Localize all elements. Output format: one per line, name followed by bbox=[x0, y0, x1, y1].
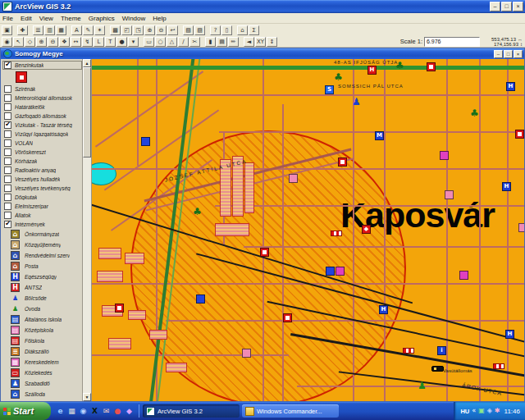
legend-theme[interactable]: Radioaktív anyag bbox=[2, 166, 82, 175]
menu-graphics[interactable]: Graphics bbox=[89, 15, 115, 22]
vertex-edit-tool[interactable]: ◇ bbox=[25, 37, 35, 47]
identify-tool[interactable]: ◉ bbox=[2, 37, 12, 47]
view-titlebar[interactable]: Somogy Megye – □ × bbox=[1, 48, 524, 59]
text-tool[interactable]: T bbox=[105, 37, 116, 47]
legend-theme[interactable]: Meteorológiai állomások bbox=[2, 94, 82, 103]
select-features-button[interactable]: ▧ bbox=[183, 25, 194, 35]
theme-checkbox[interactable]: ✔ bbox=[4, 221, 11, 228]
zoom-in-tool[interactable]: ⊕ bbox=[36, 37, 47, 47]
zoom-previous-button[interactable]: ↩ bbox=[167, 25, 178, 35]
theme-checkbox[interactable] bbox=[4, 103, 11, 111]
help-button[interactable]: ? bbox=[210, 25, 221, 35]
legend-class[interactable]: ▭Közlekedés bbox=[2, 368, 82, 378]
legend-class[interactable]: HÁNTSZ bbox=[2, 282, 82, 293]
zoom-active-theme-button[interactable]: ◰ bbox=[121, 25, 132, 35]
theme-checkbox[interactable] bbox=[4, 158, 11, 165]
acrobat-icon[interactable]: ◆ bbox=[125, 407, 134, 416]
draw-line-tool[interactable]: / bbox=[178, 37, 189, 47]
theme-checkbox[interactable] bbox=[4, 112, 11, 120]
xy-tool[interactable]: XY bbox=[255, 37, 266, 47]
zoom-in-button[interactable]: ⊕ bbox=[144, 25, 155, 35]
query-builder-button[interactable]: ✶ bbox=[94, 25, 105, 35]
menu-edit[interactable]: Edit bbox=[21, 15, 32, 22]
legend-class[interactable]: ♟Óvoda bbox=[2, 304, 82, 314]
legend-class[interactable]: ⌂Rendvédelmi szerv bbox=[2, 250, 82, 261]
legend-theme[interactable]: Szirénák bbox=[2, 84, 82, 94]
legend-theme[interactable]: VOLÁN bbox=[2, 139, 82, 148]
theme-checkbox[interactable] bbox=[4, 203, 11, 210]
find-button[interactable]: A bbox=[71, 25, 82, 35]
theme-checkbox[interactable] bbox=[4, 176, 11, 183]
home-button[interactable]: ⌂ bbox=[237, 25, 248, 35]
legend-theme[interactable]: Határátkelők bbox=[2, 103, 82, 112]
pan-tool[interactable]: ❖ bbox=[59, 37, 70, 47]
select-polygon-tool[interactable]: △ bbox=[167, 37, 177, 47]
legend-class[interactable]: HEgészségügy bbox=[2, 272, 82, 282]
legend-class[interactable]: ▤Főiskola bbox=[2, 336, 82, 346]
hide-icons-chevron[interactable]: « bbox=[472, 407, 476, 415]
legend-class[interactable]: ≡Diákszálló bbox=[2, 346, 82, 357]
locate-address-button[interactable]: ✎ bbox=[83, 25, 94, 35]
theme-checkbox[interactable]: ✔ bbox=[4, 62, 11, 69]
menu-window[interactable]: Window bbox=[122, 15, 145, 22]
theme-checkbox[interactable] bbox=[4, 148, 11, 156]
winamp-icon[interactable]: ● bbox=[113, 407, 122, 416]
legend-theme[interactable]: Vízügyi Igazgatóságok bbox=[2, 130, 82, 139]
legend-theme[interactable]: Dögkutak bbox=[2, 193, 82, 202]
theme-checkbox[interactable] bbox=[4, 85, 11, 93]
theme-checkbox[interactable] bbox=[4, 212, 11, 219]
taskbar-task-folder[interactable]: Windows Commander... bbox=[242, 404, 339, 418]
legend-class[interactable]: ⌂Önkormányzat bbox=[2, 229, 82, 240]
titlebar[interactable]: ArcView GIS 3.2 – □ × bbox=[0, 0, 525, 13]
layout-tool[interactable]: ▤ bbox=[217, 37, 227, 47]
theme-checkbox[interactable] bbox=[4, 185, 11, 192]
excel-icon[interactable]: X bbox=[90, 407, 99, 416]
media-player-icon[interactable]: ◉ bbox=[79, 407, 88, 416]
previous-extent-button[interactable]: ◄ bbox=[244, 37, 254, 47]
draw-point-tool[interactable]: ● bbox=[116, 37, 127, 47]
select-rect-tool[interactable]: ▭ bbox=[144, 37, 154, 47]
theme-checkbox[interactable] bbox=[4, 167, 11, 174]
legend-theme[interactable]: Veszélyes tevékenység bbox=[2, 184, 82, 193]
theme-properties-button[interactable]: ☰ bbox=[33, 25, 43, 35]
label-tool[interactable]: L bbox=[94, 37, 104, 47]
menu-theme[interactable]: Theme bbox=[61, 15, 81, 22]
pointer-tool[interactable]: ↖ bbox=[13, 37, 24, 47]
antivirus-icon[interactable]: ▣ bbox=[478, 407, 485, 415]
theme-checkbox[interactable] bbox=[4, 139, 11, 147]
edit-legend-button[interactable]: ▥ bbox=[44, 25, 55, 35]
launch-button[interactable]: ▯ bbox=[221, 25, 232, 35]
add-theme-button[interactable]: ✚ bbox=[17, 25, 28, 35]
scale-input[interactable]: 6.976 bbox=[424, 37, 480, 47]
scrollbar-up-button[interactable]: ▲ bbox=[83, 59, 91, 67]
hotlink-tool[interactable]: ↯ bbox=[82, 37, 93, 47]
updown-tool[interactable]: ↕ bbox=[267, 37, 277, 47]
start-button[interactable]: Start bbox=[0, 402, 51, 420]
legend-theme[interactable]: ✔Vízkutak - Taszár térség bbox=[2, 121, 82, 130]
theme-checkbox[interactable] bbox=[4, 194, 11, 201]
map-canvas[interactable]: Kaposvár 48-AS IFJÚSÁG ÚTJASOMSSICH PÁL … bbox=[92, 59, 524, 401]
ie-icon[interactable]: e bbox=[56, 407, 65, 416]
legend-scrollbar[interactable]: ▲ ▼ bbox=[83, 59, 92, 401]
menu-file[interactable]: File bbox=[2, 15, 13, 22]
taskbar-task-arcview[interactable]: ArcView GIS 3.2 bbox=[143, 404, 240, 418]
erase-tool[interactable]: ✂ bbox=[189, 37, 200, 47]
chart-tool[interactable]: ▮ bbox=[205, 37, 216, 47]
volume-icon[interactable]: ◈ bbox=[487, 407, 492, 415]
view-close-button[interactable]: × bbox=[514, 50, 523, 58]
menu-view[interactable]: View bbox=[39, 15, 53, 22]
legend-class[interactable]: ⌂Posta bbox=[2, 261, 82, 272]
zoom-full-extent-button[interactable]: ▩ bbox=[110, 25, 121, 35]
statistics-button[interactable]: Σ bbox=[249, 25, 259, 35]
measure-tool[interactable]: ↔ bbox=[71, 37, 81, 47]
zoom-out-button[interactable]: ⊖ bbox=[156, 25, 167, 35]
legend-theme[interactable]: Élelmiszeripar bbox=[2, 202, 82, 211]
zoom-selected-button[interactable]: ◳ bbox=[133, 25, 144, 35]
scrollbar-down-button[interactable]: ▼ bbox=[83, 393, 91, 401]
legend-theme[interactable]: ✔Benzinkutak bbox=[2, 61, 82, 70]
theme-checkbox[interactable] bbox=[4, 130, 11, 138]
minimize-button[interactable]: – bbox=[490, 2, 500, 11]
legend-class[interactable]: ♟Bölcsőde bbox=[2, 293, 82, 304]
language-indicator[interactable]: HU bbox=[460, 408, 469, 415]
theme-checkbox[interactable] bbox=[4, 94, 11, 102]
